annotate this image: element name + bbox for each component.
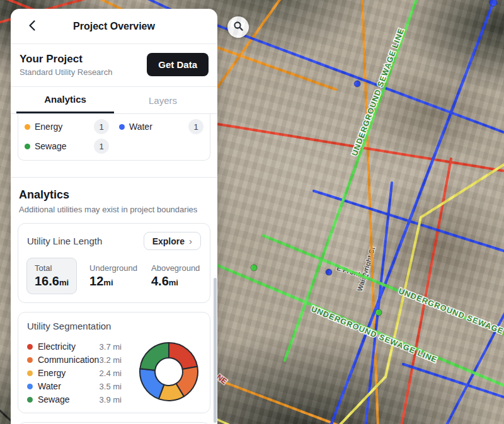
count-badge: 1 bbox=[94, 119, 109, 134]
chevron-right-icon: › bbox=[189, 236, 192, 246]
segmentation-row-water: Water3.5 mi bbox=[27, 381, 128, 391]
analytics-section-header: Analytics Additional utilities may exist… bbox=[19, 188, 209, 214]
segmentation-row-communication: Communication3.2 mi bbox=[27, 355, 128, 365]
app-window: Wainwright StE Front StUNDERGROUND SEWAG… bbox=[0, 0, 504, 424]
project-overview-panel: Project Overview Your Project Standard U… bbox=[11, 9, 217, 424]
donut-slice-electricity bbox=[169, 343, 197, 369]
explore-button[interactable]: Explore › bbox=[144, 232, 201, 250]
line-length-stats: Total16.6miUnderground12miAboveground4.6… bbox=[27, 258, 201, 294]
utility-segmentation-card: Utility Segmentation Electricity3.7 miCo… bbox=[18, 312, 210, 413]
segmentation-row-sewage: Sewage3.9 mi bbox=[27, 394, 128, 404]
segmentation-donut-chart bbox=[137, 340, 201, 404]
segmentation-row-electricity: Electricity3.7 mi bbox=[27, 341, 128, 352]
orange-diagonal-line bbox=[208, 44, 336, 89]
blue-parallel-sewage-line bbox=[403, 364, 504, 398]
segmentation-title: Utility Segmentation bbox=[27, 321, 201, 331]
utility-line-length-card: Utility Line Length Explore › Total16.6m… bbox=[18, 223, 210, 303]
get-data-button[interactable]: Get Data bbox=[147, 53, 209, 76]
orange-vertical-line bbox=[362, 0, 378, 424]
count-badge: 1 bbox=[94, 139, 109, 154]
tab-layers[interactable]: Layers bbox=[114, 87, 212, 113]
back-button[interactable] bbox=[23, 18, 41, 35]
count-badge: 1 bbox=[188, 119, 203, 134]
green-node-dot bbox=[375, 309, 382, 316]
donut-slice-water bbox=[140, 369, 164, 399]
blue-vertical-line bbox=[365, 183, 392, 424]
section-divider bbox=[11, 177, 217, 178]
utility-count-energy: Energy1 bbox=[25, 119, 109, 134]
panel-tabs: AnalyticsLayers bbox=[11, 87, 217, 114]
yellow-elbow-line bbox=[338, 163, 504, 424]
green-sewage-steep-line bbox=[285, 0, 418, 360]
segmentation-row-energy: Energy2.4 mi bbox=[27, 368, 128, 378]
map-label: UNDERGROUND SEWAGE bbox=[398, 287, 504, 336]
tab-analytics[interactable]: Analytics bbox=[16, 87, 114, 113]
red-steep-right-line bbox=[401, 159, 451, 424]
blue-steep-long-line bbox=[330, 3, 493, 424]
map-search-button[interactable] bbox=[227, 16, 249, 38]
stat-aboveground[interactable]: Aboveground4.6mi bbox=[150, 258, 201, 294]
sewage-color-dot bbox=[25, 144, 30, 149]
donut-slice-sewage bbox=[140, 343, 169, 370]
panel-scrollbar-thumb[interactable] bbox=[214, 278, 217, 423]
blue-node-dot bbox=[354, 81, 360, 87]
map-label: UNDERGROUND SEWAGE LINE bbox=[350, 27, 406, 158]
blue-bottomright-line bbox=[445, 309, 504, 424]
water-color-dot bbox=[119, 124, 125, 130]
utility-count-water: Water1 bbox=[119, 119, 203, 134]
line-length-title: Utility Line Length bbox=[27, 236, 102, 246]
blue-gentle-line bbox=[210, 23, 504, 134]
map-label: E Front St bbox=[336, 264, 370, 280]
stat-underground[interactable]: Underground12mi bbox=[88, 258, 139, 294]
project-name: Your Project bbox=[20, 52, 112, 66]
energy-color-dot bbox=[25, 124, 30, 130]
green-sewage-upper-line bbox=[263, 236, 504, 335]
panel-title: Project Overview bbox=[73, 21, 155, 32]
red-horizontal-line bbox=[214, 123, 504, 171]
segmentation-legend: Electricity3.7 miCommunication3.2 miEner… bbox=[27, 341, 128, 404]
chevron-left-icon bbox=[29, 20, 35, 33]
search-icon bbox=[233, 21, 244, 34]
utility-count-card: Energy1Water1Sewage1 bbox=[18, 114, 210, 161]
map-label: UNDERGROUND SEWAGE LINE bbox=[310, 304, 439, 364]
electricity-color-dot bbox=[27, 344, 33, 350]
project-subtitle: Standard Utility Research bbox=[20, 67, 112, 77]
blue-endpoint-dot bbox=[490, 0, 497, 6]
sewage-color-dot bbox=[27, 397, 33, 403]
analytics-subtitle: Additional utilities may exist in projec… bbox=[19, 205, 209, 214]
orange-bottomleft-line bbox=[213, 378, 343, 424]
panel-header: Project Overview bbox=[11, 9, 217, 44]
map-label: Wainwright St bbox=[356, 246, 377, 292]
blue-mid-line bbox=[314, 191, 504, 252]
utility-count-sewage: Sewage1 bbox=[25, 139, 109, 154]
blue-node-dot bbox=[326, 269, 332, 275]
stat-total[interactable]: Total16.6mi bbox=[26, 258, 77, 294]
green-node-dot bbox=[251, 265, 257, 271]
water-color-dot bbox=[27, 384, 33, 389]
communication-color-dot bbox=[27, 357, 33, 363]
green-sewage-lower-line bbox=[214, 264, 504, 387]
orange-steep-line bbox=[208, 0, 282, 101]
energy-color-dot bbox=[27, 370, 33, 376]
analytics-title: Analytics bbox=[19, 188, 209, 202]
project-section: Your Project Standard Utility Research G… bbox=[11, 44, 217, 87]
